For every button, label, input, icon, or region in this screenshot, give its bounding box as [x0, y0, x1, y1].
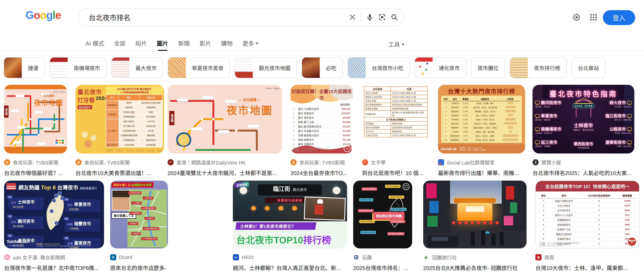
result-source[interactable]: 食尚玩家- TVBS新聞 [4, 159, 67, 166]
result-source[interactable]: 商商周 [536, 254, 640, 261]
decor [56, 142, 58, 144]
tab-全部[interactable]: 全部 [114, 39, 126, 50]
google-apps-grid-icon[interactable] [587, 10, 600, 24]
result-thumbnail[interactable]: 討論度狂飆！全臺10大話題夜市網路聲量1.臺北 士林觀光夜市106,1212.臺… [290, 85, 353, 153]
smiley-icon [513, 110, 515, 112]
poster-cell: 汕頭老牌四神湯 [119, 128, 139, 133]
thumb-street-photo [423, 181, 526, 249]
result-thumbnail[interactable]: 必吃美食位置海友十全排骨*台北市士林區大東路 49 號鍾家原上海生煎包*台北市士… [362, 85, 430, 153]
result-card[interactable]: 臺北夜市打牙祭2024做伙遶夜市2024臺北夜市打牙祭 做伙遶夜市十大神美食網路… [76, 85, 164, 176]
decor [354, 255, 358, 260]
result-thumbnail[interactable]: 臨江街觀光夜市設攤請勿超越線好食玩飛士林第2！第1名夜市竟是它？台北夜市TOP1… [233, 181, 347, 249]
jp-market-chip: 10 南機場夜市 [130, 212, 142, 215]
result-card[interactable]: 冠鵬旅行社2025台北8大推薦必去夜市- 冠鵬旅行社 [423, 181, 526, 272]
market-name: 南機場夜市 [535, 126, 562, 132]
result-source[interactable]: 玩趣 [353, 254, 412, 261]
result-card[interactable]: 必吃美食位置海友十全排骨*台北市士林區大東路 49 號鍾家原上海生煎包*台北市士… [362, 85, 430, 176]
search-input[interactable]: 台北夜市排名 [89, 12, 346, 22]
result-card[interactable]: — 台北捷運 —夜市地圖Metro Taipei臭豆腐香港｜網路溫度計Daily… [168, 85, 282, 176]
result-thumbnail[interactable]: — 台北捷運 —夜市地圖Metro Taipei臭豆腐 [4, 85, 67, 153]
tools-button[interactable]: 工具 [388, 40, 405, 48]
result-card[interactable]: 台灣十大熱門夜市排行榜排名夜市聲量數話題美食好感度1士林夜市12,616臭豆腐、… [438, 85, 525, 176]
sentiment [500, 109, 520, 114]
result-thumbnail[interactable]: 車站附近夜市地圖基隆夜市(基隆車站)廟口夜市(基隆車站)士林夜市(劍潭站)礁溪夜… [353, 181, 412, 249]
lantern-icon [251, 206, 256, 210]
result-thumbnail[interactable]: 臺北夜市打牙祭2024做伙遶夜市2024臺北夜市打牙祭 做伙遶夜市十大神美食網路… [76, 85, 164, 153]
tab-AI 模式[interactable]: AI 模式 [86, 39, 104, 50]
market-name: 公館夜市 [610, 126, 632, 132]
result-title[interactable]: 饒河、士林都輸？台灣人真正喜愛台北、新... [233, 264, 347, 272]
result-card[interactable]: 網友熱議 Top 6 台灣夜市 網路聲量排行12345601台北士林夜市24,9… [4, 181, 104, 272]
result-card[interactable]: — 台北捷運 —夜市地圖Metro Taipei臭豆腐食尚玩家- TVBS新聞台… [4, 85, 67, 176]
result-thumbnail[interactable]: 昭和を感じる!台湾夜市の世界毎日営業してる21 蘆洲廟口夜市13 樹林夜市17 … [110, 181, 168, 249]
result-source[interactable]: DDcard [110, 254, 168, 261]
result-thumbnail[interactable]: 全台話題夜市TOP 10！快來開心逛逛吧～排名夜市2019夜市抵用券使用網路聲量… [536, 181, 640, 249]
tab-圖片[interactable]: 圖片 [157, 39, 168, 50]
result-source[interactable]: 女子學 [362, 159, 430, 166]
result-title[interactable]: 台灣夜市第一名是誰？北中南TOP6推... [4, 264, 104, 272]
result-thumbnail[interactable] [423, 181, 526, 249]
title-tail: 網路聲量排行 [80, 187, 97, 190]
result-title[interactable]: 最新夜市排行出爐！樂華、南機... [438, 169, 525, 176]
filter-chip[interactable]: 寧夏夜市美食 [168, 57, 230, 78]
tab-短片[interactable]: 短片 [136, 39, 147, 50]
result-thumbnail[interactable]: 台灣十大熱門夜市排行榜排名夜市聲量數話題美食好感度1士林夜市12,616臭豆腐、… [438, 85, 525, 153]
result-title[interactable]: 到台北逛夜市吧！10 個... [362, 169, 430, 176]
clear-search-icon[interactable] [346, 11, 359, 23]
filter-chip[interactable]: 夜市排行榜 [510, 57, 567, 78]
result-title[interactable]: 台北夜市排名2025：人氣必吃的10大美... [532, 169, 634, 176]
search-by-image-icon[interactable] [376, 11, 388, 23]
result-card[interactable]: 車站附近夜市地圖基隆夜市(基隆車站)廟口夜市(基隆車站)士林夜市(劍潭站)礁溪夜… [353, 181, 412, 272]
result-card[interactable]: 全台話題夜市TOP 10！快來開心逛逛吧～排名夜市2019夜市抵用券使用網路聲量… [536, 181, 640, 272]
result-title[interactable]: 台北夜市哪個最好逛？... [4, 169, 67, 176]
filter-chip[interactable]: 夜市攤位 [471, 57, 505, 78]
result-card[interactable]: 臺北夜市特色指南美食探索．特色推薦士林夜市規模最大．購物美食兼具華西街夜市米其林… [532, 85, 634, 176]
result-source[interactable]: udn 女子漾- 聯合新聞網 [4, 254, 104, 261]
neon-arch-label: 美食探索．特色推薦 [572, 104, 594, 108]
result-title[interactable]: 2025台北8大推薦必去夜市- 冠鵬旅行社 [423, 264, 526, 272]
tab-更多[interactable]: 更多 [242, 39, 258, 50]
tab-購物[interactable]: 購物 [221, 39, 233, 50]
filter-chip[interactable]: 必吃 [302, 57, 343, 78]
result-source[interactable]: Social Lab社群實驗室 [438, 159, 525, 166]
filter-chip[interactable]: 通化夜市 [414, 57, 466, 78]
result-card[interactable]: 昭和を感じる!台湾夜市の世界毎日営業してる21 蘆洲廟口夜市13 樹林夜市17 … [110, 181, 168, 272]
result-card[interactable]: 臨江街觀光夜市設攤請勿超越線好食玩飛士林第2！第1名夜市竟是它？台北夜市TOP1… [233, 181, 347, 272]
result-title[interactable]: 2024臺灣雙北十大夜市饒河、士林都不是第... [168, 169, 282, 176]
result-title[interactable]: 台北夜市10大美食票選出爐！... [76, 169, 164, 176]
filter-chip[interactable]: 最大夜市 [111, 57, 163, 78]
sign-in-button[interactable]: 登入 [603, 10, 635, 25]
market-name: 饒河街夜市 [535, 99, 562, 105]
result-title[interactable]: 台灣10大夜市：士林、逢甲、羅東都... [536, 264, 640, 272]
result-source[interactable]: 食尚玩家- TVBS新聞 [290, 159, 353, 166]
ribbon-text: 士林第2！第1名夜市竟是它？ [236, 222, 316, 230]
result-thumbnail[interactable]: — 台北捷運 —夜市地圖Metro Taipei臭豆腐 [168, 85, 282, 153]
filter-chip[interactable]: 台北車站 [572, 57, 606, 78]
rank: 3 [443, 109, 449, 114]
filter-chip[interactable]: 南機場夜市 [50, 57, 106, 78]
map-pin-icon: 6 [54, 221, 58, 225]
station-market-chip: 廟口夜市(基隆車站) [385, 185, 400, 188]
tab-新聞[interactable]: 新聞 [178, 39, 190, 50]
result-source[interactable]: 食尚玩家- TVBS新聞 [76, 159, 164, 166]
result-title[interactable]: 2025台灣夜市排名：... [353, 264, 412, 272]
search-submit-icon[interactable] [388, 11, 400, 23]
filter-chip[interactable]: 觀光夜市地圖 [235, 57, 297, 78]
search-bar[interactable]: 台北夜市排名 [78, 8, 404, 26]
result-thumbnail[interactable]: 臺北夜市特色指南美食探索．特色推薦士林夜市規模最大．購物美食兼具華西街夜市米其林… [532, 85, 634, 153]
result-source[interactable]: 01HK01 [233, 254, 347, 261]
google-logo[interactable]: Google [26, 9, 61, 21]
result-source[interactable]: 香港｜網路溫度計DailyView HK [168, 159, 282, 166]
settings-gear-icon[interactable] [570, 10, 583, 24]
poster-table-header: 2024臺北夜市打牙祭 做伙遶夜市十大神美食網路投票得獎名單 [106, 87, 163, 95]
result-thumbnail[interactable]: 網友熱議 Top 6 台灣夜市 網路聲量排行12345601台北士林夜市24,9… [4, 181, 104, 249]
tab-影片[interactable]: 影片 [200, 39, 211, 50]
result-source[interactable]: 冠鵬旅行社 [423, 254, 526, 261]
result-source[interactable]: Z贊贊小屋 [532, 159, 634, 166]
result-card[interactable]: 討論度狂飆！全臺10大話題夜市網路聲量1.臺北 士林觀光夜市106,1212.臺… [290, 85, 353, 176]
filter-chip[interactable]: 捷運 [4, 57, 45, 78]
filter-chip[interactable]: 台灣夜市小吃 [348, 57, 410, 78]
voice-search-icon[interactable] [364, 11, 376, 23]
result-title[interactable]: 原來台北的夜市這麼多- 閒聊板| Dcard [110, 264, 168, 272]
result-title[interactable]: 2024全台最夯夜市TO... [290, 169, 353, 176]
